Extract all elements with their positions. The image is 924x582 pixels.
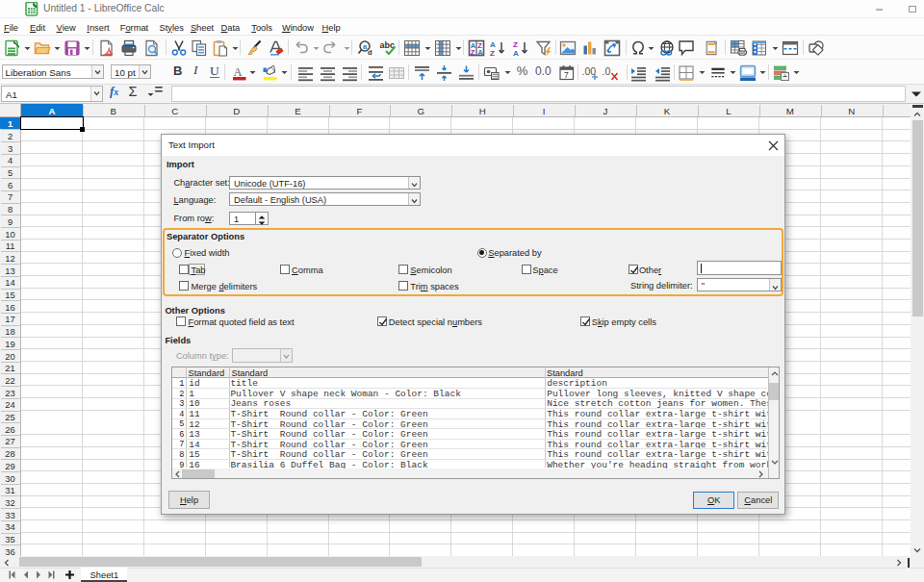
svg-text:.0: .0: [603, 65, 611, 77]
svg-text:.00: .00: [581, 65, 596, 77]
svg-text:A: A: [513, 48, 519, 57]
svg-text:Z: Z: [471, 47, 475, 56]
svg-text:A: A: [477, 47, 483, 56]
svg-text:abc: abc: [380, 39, 396, 49]
svg-text:7: 7: [564, 69, 569, 79]
svg-text:d: d: [368, 47, 372, 56]
svg-text:A: A: [234, 64, 243, 78]
svg-text:Z: Z: [490, 48, 495, 57]
